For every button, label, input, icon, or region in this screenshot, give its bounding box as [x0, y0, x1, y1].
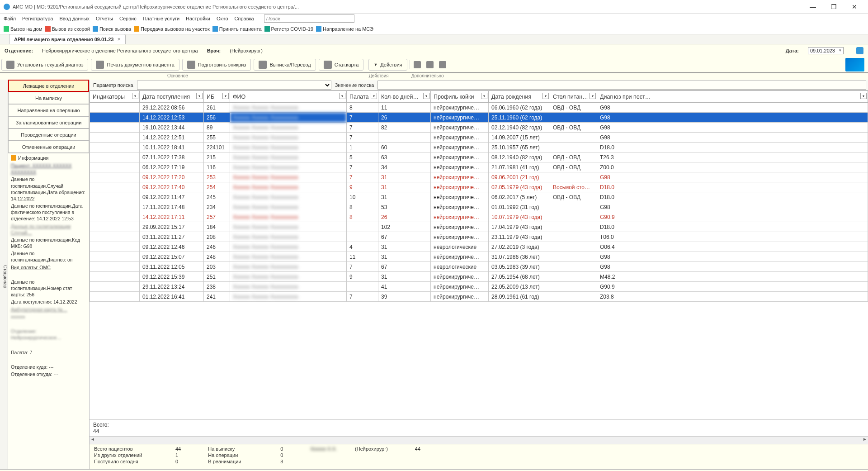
table-row[interactable]: 17.11.2022 17:48234Хххххх Хххххх Ххххххх… — [90, 202, 868, 212]
table-row[interactable]: 03.11.2022 11:27208Хххххх Хххххх Ххххххх… — [90, 232, 868, 242]
quick-btn[interactable]: Передача вызовов на участок — [134, 26, 210, 32]
column-header[interactable]: Стол питан…▾ — [550, 91, 597, 103]
left-nav: Лежащие в отделении На выписку Направлен… — [8, 80, 90, 469]
side-tab-stationary[interactable]: Стационар — [0, 80, 8, 469]
search-value-input[interactable] — [377, 81, 866, 90]
filter-icon[interactable]: ▾ — [371, 93, 377, 99]
btn-set-diagnosis[interactable]: Установить текущий диагноз — [1, 59, 88, 71]
patient-grid[interactable]: Индикаторы▾Дата поступления▾ИБ▾ФИО▾Палат… — [90, 90, 868, 419]
tab-arm[interactable]: АРМ лечащего врача отделения 09.01.23 × — [9, 34, 126, 44]
quick-btn[interactable]: Вызов на дом — [4, 26, 42, 32]
nav-discharge[interactable]: На выписку — [8, 92, 89, 104]
table-row[interactable]: 29.12.2022 08:56261Хххххх Хххххх Ххххххх… — [90, 103, 868, 113]
column-header[interactable]: Диагноз при пост…▾ — [597, 91, 868, 103]
extra-btn-3[interactable] — [437, 59, 448, 70]
table-row[interactable]: 14.12.2022 12:53256Хххххх Хххххх Ххххххх… — [90, 113, 868, 123]
btn-epicrisis[interactable]: Подготовить эпикриз — [182, 59, 251, 71]
table-row[interactable]: 09.12.2022 17:20253Хххххх Хххххх Ххххххх… — [90, 172, 868, 182]
search-param-select[interactable] — [137, 81, 331, 90]
table-row[interactable]: 29.11.2022 13:24238Хххххх Хххххх Ххххххх… — [90, 282, 868, 292]
nav-op-referrals[interactable]: Направления на операцию — [8, 104, 89, 116]
column-header[interactable]: Палата▾ — [347, 91, 378, 103]
horizontal-scrollbar[interactable] — [90, 436, 868, 444]
column-header[interactable]: Профиль койки▾ — [431, 91, 489, 103]
quick-btn[interactable]: Направление на МСЭ — [316, 26, 373, 32]
extra-btn-2[interactable] — [425, 59, 435, 70]
tool-icon — [45, 26, 51, 32]
table-row[interactable]: 19.10.2022 13:4489Хххххх Хххххх Хххххххх… — [90, 123, 868, 133]
table-row[interactable]: 06.12.2022 17:19116Хххххх Хххххх Ххххххх… — [90, 162, 868, 172]
quick-btn[interactable]: Регистр COVID-19 — [264, 26, 314, 32]
filter-icon[interactable]: ▾ — [860, 93, 867, 99]
filter-icon[interactable]: ▾ — [132, 93, 138, 99]
date-picker[interactable]: 09.01.2023 — [808, 47, 844, 54]
filter-icon[interactable]: ▾ — [339, 93, 345, 99]
column-header[interactable]: Кол-во дней…▾ — [378, 91, 431, 103]
close-button[interactable]: ✕ — [844, 0, 864, 13]
menu-input[interactable]: Ввод данных — [59, 16, 90, 21]
filter-icon[interactable]: ▾ — [196, 93, 203, 99]
filter-icon[interactable]: ▾ — [542, 93, 549, 99]
btn-actions[interactable]: ▼Действия — [368, 59, 407, 71]
btn-statcard[interactable]: Стат.карта — [319, 59, 364, 71]
info-panel: Информация Пациент: ХХХХХХ ХХХХХХ ХХХХХХ… — [8, 153, 89, 469]
column-header[interactable]: ФИО▾ — [230, 91, 347, 103]
nav-in-dept[interactable]: Лежащие в отделении — [8, 80, 89, 92]
table-row[interactable]: 09.12.2022 15:39251Хххххх Хххххх Ххххххх… — [90, 272, 868, 282]
filter-icon[interactable]: ▾ — [222, 93, 229, 99]
column-header[interactable]: Дата рождения▾ — [489, 91, 550, 103]
menu-settings[interactable]: Настройки — [186, 16, 210, 21]
menu-help[interactable]: Справка — [235, 16, 254, 21]
search-bar: Параметр поиска Значение поиска — [90, 80, 868, 90]
table-row[interactable]: 09.12.2022 12:46246Хххххх Хххххх Ххххххх… — [90, 242, 868, 252]
table-row[interactable]: 09.12.2022 17:40254Хххххх Хххххх Ххххххх… — [90, 182, 868, 192]
menu-paid[interactable]: Платные услуги — [143, 16, 179, 21]
table-row[interactable]: 14.12.2022 12:51255Хххххх Хххххх Ххххххх… — [90, 133, 868, 143]
quick-btn[interactable]: Поиск вызова — [93, 26, 131, 32]
menu-service[interactable]: Сервис — [119, 16, 137, 21]
btn-discharge[interactable]: Выписка/Перевод — [254, 59, 316, 71]
table-row[interactable]: 01.12.2022 16:41241Хххххх Хххххх Ххххххх… — [90, 292, 868, 302]
date-label: Дата: — [786, 48, 799, 53]
menu-search-input[interactable] — [264, 14, 354, 23]
btn-print-docs[interactable]: Печать документов пациента — [91, 59, 179, 71]
column-header[interactable]: Дата поступления▾ — [140, 91, 204, 103]
table-row[interactable]: 29.09.2022 15:17184Хххххх Хххххх Ххххххх… — [90, 222, 868, 232]
menu-file[interactable]: Файл — [4, 16, 16, 21]
nav-op-cancelled[interactable]: Отмененные операции — [8, 141, 89, 153]
quick-btn[interactable]: Принять пациента — [212, 26, 262, 32]
table-row[interactable]: 09.12.2022 15:07248Хххххх Хххххх Ххххххх… — [90, 252, 868, 262]
close-icon[interactable]: × — [118, 36, 121, 43]
extra-btn-1[interactable] — [412, 59, 423, 70]
menu-window[interactable]: Окно — [217, 16, 228, 21]
column-header[interactable]: Индикаторы▾ — [90, 91, 140, 103]
tab-label: АРМ лечащего врача отделения 09.01.23 — [14, 37, 114, 42]
maximize-button[interactable]: ❐ — [824, 0, 844, 13]
ambul-link[interactable]: Амбулаторная карта №… — [11, 306, 86, 313]
table-row[interactable]: 09.12.2022 11:47245Хххххх Хххххх Ххххххх… — [90, 192, 868, 202]
action-toolbar: Установить текущий диагноз Печать докуме… — [0, 57, 868, 73]
gear-icon[interactable] — [856, 47, 863, 54]
filter-icon[interactable]: ▾ — [481, 93, 487, 99]
group-actions: Действия — [369, 73, 389, 80]
nav-op-planned[interactable]: Запланированные операции — [8, 116, 89, 128]
filter-icon[interactable]: ▾ — [590, 93, 596, 99]
filter-icon[interactable]: ▾ — [423, 93, 429, 99]
column-header[interactable]: ИБ▾ — [204, 91, 230, 103]
quick-btn[interactable]: Вызов из скорой — [45, 26, 90, 32]
table-row[interactable]: 03.11.2022 12:05203Хххххх Хххххх Ххххххх… — [90, 262, 868, 272]
table-row[interactable]: 10.11.2022 18:41224101Хххххх Хххххх Хххх… — [90, 143, 868, 152]
info-icon — [11, 155, 16, 161]
menu-registry[interactable]: Регистратура — [22, 16, 53, 21]
menu-reports[interactable]: Отчеты — [96, 16, 113, 21]
patient-link[interactable]: Пациент: ХХХХХХ ХХХХХХ ХХХХХХХХ — [11, 162, 86, 175]
nav-op-done[interactable]: Проведенные операции — [8, 128, 89, 141]
table-row[interactable]: 07.11.2022 17:38215Хххххх Хххххх Ххххххх… — [90, 152, 868, 162]
minimize-button[interactable]: ― — [803, 0, 823, 13]
card-icon — [324, 61, 332, 69]
doc-icon — [439, 61, 446, 68]
mail-icon[interactable] — [845, 58, 864, 71]
titlebar: АИС МО | МО: 9201/Региональный сосудисты… — [0, 0, 868, 14]
table-row[interactable]: 14.12.2022 17:11257Хххххх Хххххх Ххххххх… — [90, 212, 868, 222]
record-link[interactable]: Данные по госпитализации Случай… — [11, 223, 86, 236]
